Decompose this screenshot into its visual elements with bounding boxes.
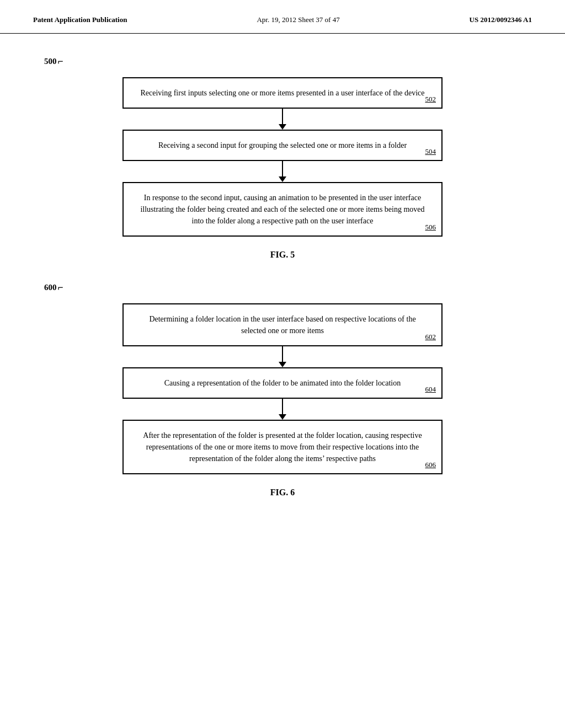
- fig5-flow: Receiving first inputs selecting one or …: [44, 77, 521, 237]
- arrow-head: [279, 176, 286, 182]
- fig5-box-506: In response to the second input, causing…: [122, 182, 443, 237]
- fig6-box-604: Causing a representation of the folder t…: [122, 367, 443, 399]
- fig6-box-602: Determining a folder location in the use…: [122, 303, 443, 346]
- fig5-section: 500⌐ Receiving first inputs selecting on…: [44, 56, 521, 260]
- arrow-line: [282, 346, 283, 362]
- arrow-head: [279, 362, 286, 367]
- fig6-box-602-number: 602: [425, 331, 436, 342]
- content: 500⌐ Receiving first inputs selecting on…: [0, 34, 565, 542]
- fig6-box-606-text: After the representation of the folder i…: [143, 431, 422, 463]
- page: Patent Application Publication Apr. 19, …: [0, 0, 565, 728]
- arrow-head: [279, 414, 286, 420]
- arrow-head: [279, 124, 286, 130]
- fig5-box-502-number: 502: [425, 94, 436, 105]
- fig5-box-504: Receiving a second input for grouping th…: [122, 130, 443, 161]
- fig6-box-602-text: Determining a folder location in the use…: [149, 315, 415, 335]
- fig6-ref-bracket: ⌐: [58, 282, 63, 293]
- arrow-line: [282, 161, 283, 176]
- fig5-arrow-1: [279, 109, 286, 130]
- fig6-ref: 600⌐: [44, 282, 521, 293]
- header: Patent Application Publication Apr. 19, …: [0, 0, 565, 34]
- fig6-box-606: After the representation of the folder i…: [122, 420, 443, 474]
- fig6-box-604-text: Causing a representation of the folder t…: [164, 379, 401, 387]
- fig5-title: FIG. 5: [44, 250, 521, 260]
- arrow-line: [282, 109, 283, 124]
- fig5-ref: 500⌐: [44, 56, 521, 67]
- fig6-arrow-2: [279, 399, 286, 420]
- fig6-box-604-number: 604: [425, 384, 436, 395]
- fig5-box-502: Receiving first inputs selecting one or …: [122, 77, 443, 109]
- header-center: Apr. 19, 2012 Sheet 37 of 47: [257, 15, 339, 24]
- fig6-ref-number: 600: [44, 283, 57, 292]
- fig5-ref-bracket: ⌐: [58, 56, 63, 67]
- fig5-box-506-text: In response to the second input, causing…: [140, 194, 424, 225]
- fig5-box-502-text: Receiving first inputs selecting one or …: [140, 89, 424, 97]
- fig6-section: 600⌐ Determining a folder location in th…: [44, 282, 521, 497]
- fig6-title: FIG. 6: [44, 488, 521, 497]
- fig6-flow: Determining a folder location in the use…: [44, 303, 521, 474]
- fig5-box-504-number: 504: [425, 146, 436, 157]
- fig6-box-606-number: 606: [425, 459, 436, 470]
- header-right: US 2012/0092346 A1: [470, 15, 532, 24]
- fig5-ref-number: 500: [44, 57, 57, 66]
- header-left: Patent Application Publication: [33, 15, 127, 24]
- fig6-arrow-1: [279, 346, 286, 367]
- fig5-arrow-2: [279, 161, 286, 182]
- fig5-box-504-text: Receiving a second input for grouping th…: [158, 141, 407, 149]
- fig5-box-506-number: 506: [425, 222, 436, 233]
- arrow-line: [282, 399, 283, 414]
